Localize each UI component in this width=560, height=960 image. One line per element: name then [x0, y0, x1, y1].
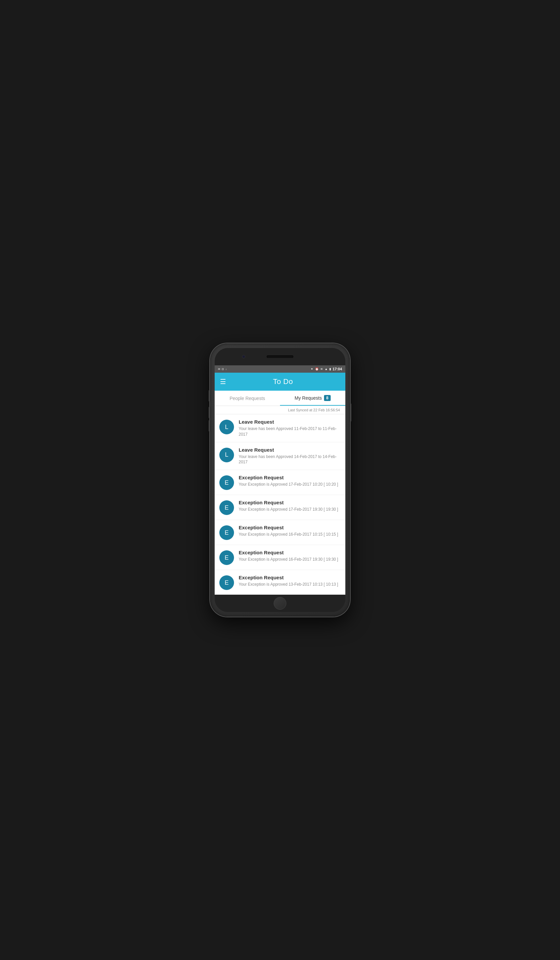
mail-icon: ✉ — [218, 368, 220, 371]
avatar: E — [219, 500, 234, 515]
item-description: Your Exception is Approved 17-Feb-2017 1… — [238, 507, 341, 512]
list-item[interactable]: E Exception Request Your Exception is Ap… — [215, 570, 345, 595]
avatar: E — [219, 550, 234, 565]
item-content: Exception Request Your Exception is Appr… — [238, 574, 341, 587]
list-item[interactable]: E Exception Request Your Exception is Ap… — [215, 470, 345, 495]
item-title: Leave Request — [238, 447, 341, 453]
status-bar: ✉ ⊡ ↓ ✦ ⏰ ≋ ▲ ▮ 17:04 — [215, 365, 345, 373]
phone-frame: ✉ ⊡ ↓ ✦ ⏰ ≋ ▲ ▮ 17:04 ☰ To Do — [210, 343, 350, 617]
menu-button[interactable]: ☰ — [220, 378, 226, 385]
item-description: Your Exception is Approved 16-Feb-2017 1… — [238, 557, 341, 562]
app-header: ☰ To Do — [215, 373, 345, 391]
item-content: Exception Request Your Exception is Appr… — [238, 525, 341, 537]
tab-people-requests[interactable]: People Requests — [215, 391, 280, 406]
avatar: E — [219, 525, 234, 540]
avatar: L — [219, 420, 234, 434]
item-title: Exception Request — [238, 475, 341, 480]
bluetooth-icon: ✦ — [311, 367, 313, 371]
list-item[interactable]: E Exception Request Your Exception is Ap… — [215, 495, 345, 520]
item-description: Your leave has been Approved 11-Feb-2017… — [238, 426, 341, 437]
top-bezel — [215, 348, 345, 365]
avatar: E — [219, 475, 234, 490]
item-title: Exception Request — [238, 550, 341, 555]
tabs-container: People Requests My Requests 8 — [215, 391, 345, 406]
item-description: Your Exception is Approved 16-Feb-2017 1… — [238, 532, 341, 537]
speaker — [267, 355, 293, 358]
requests-list[interactable]: L Leave Request Your leave has been Appr… — [215, 414, 345, 595]
tab-badge: 8 — [324, 395, 331, 401]
bottom-bezel — [215, 595, 345, 612]
status-right-icons: ✦ ⏰ ≋ ▲ ▮ 17:04 — [311, 367, 342, 371]
download-icon: ↓ — [226, 368, 227, 371]
battery-icon: ▮ — [329, 367, 331, 371]
item-content: Leave Request Your leave has been Approv… — [238, 447, 341, 466]
list-item[interactable]: E Exception Request Your Exception is Ap… — [215, 520, 345, 545]
screenshot-icon: ⊡ — [222, 368, 224, 371]
item-description: Your Exception is Approved 13-Feb-2017 1… — [238, 582, 341, 587]
tab-my-requests[interactable]: My Requests 8 — [280, 391, 345, 406]
screen: ✉ ⊡ ↓ ✦ ⏰ ≋ ▲ ▮ 17:04 ☰ To Do — [215, 365, 345, 595]
list-item[interactable]: E Exception Request Your Exception is Ap… — [215, 545, 345, 570]
list-item[interactable]: L Leave Request Your leave has been Appr… — [215, 442, 345, 470]
item-content: Exception Request Your Exception is Appr… — [238, 500, 341, 512]
alarm-icon: ⏰ — [315, 367, 318, 371]
sync-bar: Last Synced at 22 Feb 16:56:54 — [215, 406, 345, 414]
item-title: Exception Request — [238, 525, 341, 530]
signal-icon: ▲ — [325, 367, 328, 371]
page-title: To Do — [226, 377, 340, 386]
list-item[interactable]: L Leave Request Your leave has been Appr… — [215, 414, 345, 442]
avatar: L — [219, 448, 234, 462]
avatar: E — [219, 575, 234, 590]
status-time: 17:04 — [333, 367, 342, 371]
camera — [242, 355, 245, 358]
item-title: Leave Request — [238, 419, 341, 425]
item-title: Exception Request — [238, 500, 341, 505]
item-content: Leave Request Your leave has been Approv… — [238, 419, 341, 437]
phone-body: ✉ ⊡ ↓ ✦ ⏰ ≋ ▲ ▮ 17:04 ☰ To Do — [215, 348, 345, 612]
home-button[interactable] — [274, 597, 286, 610]
status-left-icons: ✉ ⊡ ↓ — [218, 368, 227, 371]
item-content: Exception Request Your Exception is Appr… — [238, 550, 341, 562]
wifi-icon: ≋ — [320, 367, 323, 371]
item-description: Your leave has been Approved 14-Feb-2017… — [238, 454, 341, 466]
item-description: Your Exception is Approved 17-Feb-2017 1… — [238, 482, 341, 487]
item-content: Exception Request Your Exception is Appr… — [238, 475, 341, 487]
item-title: Exception Request — [238, 574, 341, 580]
